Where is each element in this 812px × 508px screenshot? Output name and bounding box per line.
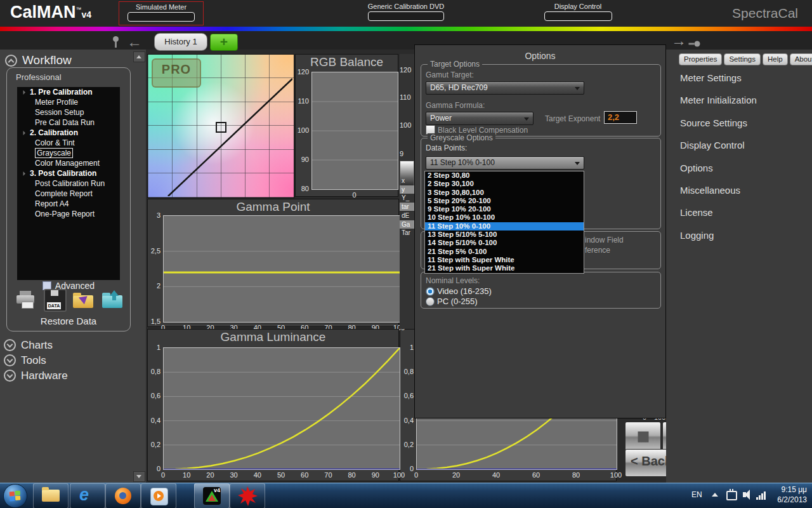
save-data-button[interactable]: DATA [43, 288, 67, 312]
dropdown-option-21-step-5-0-100[interactable]: 21 Step 5% 0-100 [425, 248, 584, 256]
stop-button[interactable] [625, 422, 661, 452]
settings-menu-meter-settings[interactable]: Meter Settings [680, 72, 742, 83]
panel-tab-properties[interactable]: Properties [679, 53, 722, 65]
workflow-header[interactable]: Workflow [5, 53, 72, 67]
video-levels-label: Video (16-235) [437, 286, 492, 296]
dropdown-option-11-step-10-0-100[interactable]: 11 Step 10% 0-100 [425, 222, 584, 231]
settings-menu-display-control[interactable]: Display Control [680, 140, 745, 150]
taskbar-media-player-button[interactable] [141, 483, 176, 508]
dropdown-option-11-step-with-super-white[interactable]: 11 Step with Super White [425, 256, 584, 264]
y-tick-label: 0,4 [400, 417, 414, 424]
settings-menu-logging[interactable]: Logging [680, 230, 714, 241]
scroll-up-button[interactable] [133, 51, 145, 62]
print-button[interactable] [13, 288, 37, 312]
dropdown-option-2-step-30-100[interactable]: 2 Step 30,100 [425, 180, 584, 188]
workflow-step-3-post-calibration[interactable]: 3. Post Calibration [17, 168, 120, 178]
gamma-formula-dropdown[interactable]: Power [426, 112, 534, 125]
dropdown-option-2-step-30-80[interactable]: 2 Step 30,80 [425, 171, 584, 180]
explorer-folder-icon [42, 490, 60, 502]
workflow-step-session-setup[interactable]: Session Setup [17, 107, 120, 117]
floppy-data-label: DATA [47, 302, 61, 309]
meter-slot-display-control[interactable]: Display Control [540, 1, 615, 24]
gamut-target-dropdown[interactable]: D65, HD Rec709 [426, 81, 584, 95]
settings-menu-source-settings[interactable]: Source Settings [680, 117, 747, 128]
dropdown-option-14-step-5-10-0-100[interactable]: 14 Step 5/10% 0-100 [425, 239, 584, 247]
workflow-step-1-pre-calibration[interactable]: 1. Pre Calibration [17, 87, 120, 97]
back-arrow-icon[interactable]: ← [127, 36, 142, 48]
workflow-step-post-calibration-run[interactable]: Post Calibration Run [17, 178, 120, 189]
dropdown-option-9-step-10-20-100[interactable]: 9 Step 10% 20-100 [425, 205, 584, 213]
workflow-step-report-a4[interactable]: Report A4 [17, 199, 120, 209]
meter-slot-simulated-meter[interactable]: Simulated Meter [119, 1, 204, 25]
x-tick-label: 70 [317, 471, 339, 479]
import-folder-icon [73, 295, 93, 308]
restore-folder-icon [102, 295, 122, 308]
floppy-disk-icon: DATA [44, 289, 67, 312]
forward-arrow-icon[interactable]: → [671, 34, 686, 47]
taskbar-pattern-app-button[interactable] [230, 483, 265, 508]
network-icon[interactable] [756, 491, 766, 500]
collapse-chevron-icon[interactable] [5, 55, 17, 67]
settings-menu-license[interactable]: License [680, 207, 713, 218]
taskbar-explorer-button[interactable] [33, 483, 69, 508]
panel-tab-about[interactable]: About [790, 53, 812, 65]
target-options-group: Target Options Gamut Target: D65, HD Rec… [421, 64, 661, 137]
meter-slot-generic-calibration-dvd[interactable]: Generic Calibration DVD [362, 1, 450, 24]
meter-slot-box[interactable] [368, 11, 444, 21]
expand-chevron-icon[interactable] [4, 370, 16, 382]
y-tick-label: 120 [296, 68, 309, 76]
expand-chevron-icon[interactable] [4, 339, 16, 351]
workflow-step-one-page-report[interactable]: One-Page Report [17, 209, 120, 219]
start-button[interactable] [3, 484, 27, 508]
scroll-down-button[interactable] [133, 471, 145, 482]
left-sidebar: Workflow Professional 1. Pre Calibration… [0, 50, 146, 483]
dropdown-option-13-step-5-10-5-100[interactable]: 13 Step 5/10% 5-100 [425, 231, 584, 239]
language-indicator[interactable]: EN [691, 490, 702, 499]
settings-menu-meter-initialization[interactable]: Meter Initialization [680, 95, 757, 105]
dropdown-option-3-step-30-80-100[interactable]: 3 Step 30,80,100 [425, 189, 584, 197]
target-exponent-input[interactable]: 2,2 [604, 111, 637, 124]
workflow-step-2-calibration[interactable]: 2. Calibration [17, 128, 120, 138]
panel-tab-settings[interactable]: Settings [724, 53, 761, 65]
workflow-step-complete-report[interactable]: Complete Report [17, 189, 120, 199]
back-button[interactable]: < Back [625, 449, 672, 477]
dropdown-option-10-step-10-10-100[interactable]: 10 Step 10% 10-100 [425, 213, 584, 222]
hardware-icon[interactable] [726, 491, 737, 500]
taskbar-ie-button[interactable]: e [70, 483, 105, 508]
clock[interactable]: 9:15 μμ 6/2/2013 [777, 485, 807, 505]
series-target-luminance-gamma-2.2 [164, 348, 400, 469]
sidebar-section-hardware[interactable]: Hardware [4, 369, 68, 382]
workflow-step-color-management[interactable]: Color Management [17, 158, 120, 168]
add-tab-button[interactable]: + [210, 34, 238, 51]
restore-data-button[interactable] [101, 288, 125, 312]
pin-horizontal-icon[interactable] [689, 41, 700, 47]
workflow-step-meter-profile[interactable]: Meter Profile [17, 97, 120, 107]
import-data-button[interactable] [72, 288, 96, 312]
workflow-step-color-tint[interactable]: Color & Tint [17, 138, 120, 148]
tab-history-1[interactable]: History 1 [154, 33, 207, 51]
profile-name: Professional [16, 72, 62, 82]
workflow-step-grayscale[interactable]: Grayscale [17, 148, 120, 158]
expand-chevron-icon[interactable] [4, 354, 16, 366]
taskbar-calman-button[interactable]: v4 [194, 483, 230, 508]
settings-menu-options[interactable]: Options [680, 163, 713, 173]
sidebar-section-tools[interactable]: Tools [4, 354, 46, 367]
video-levels-radio[interactable] [426, 287, 435, 296]
workflow-step-pre-cal-data-run[interactable]: Pre Cal Data Run [17, 117, 120, 128]
pc-levels-radio[interactable] [426, 297, 435, 306]
data-points-open-list: 2 Step 30,802 Step 30,1003 Step 30,80,10… [424, 171, 584, 274]
taskbar-firefox-button[interactable] [105, 483, 141, 508]
dropdown-option-5-step-20-20-100[interactable]: 5 Step 20% 20-100 [425, 197, 584, 205]
settings-menu-miscellaneous[interactable]: Miscellaneous [680, 185, 740, 196]
internet-explorer-icon: e [79, 485, 89, 505]
sidebar-section-label: Charts [21, 339, 53, 351]
meter-slot-box[interactable] [544, 11, 612, 21]
show-hidden-icons[interactable] [712, 493, 718, 497]
meter-slot-box[interactable] [128, 12, 195, 22]
panel-tab-help[interactable]: Help [763, 53, 788, 65]
sidebar-section-charts[interactable]: Charts [4, 338, 53, 352]
pin-icon[interactable] [113, 36, 119, 48]
data-points-dropdown[interactable]: 11 Step 10% 0-100 [426, 156, 584, 170]
y-tick-label: 0,6 [148, 392, 160, 399]
dropdown-option-21-step-with-super-white[interactable]: 21 Step with Super White [425, 264, 584, 272]
